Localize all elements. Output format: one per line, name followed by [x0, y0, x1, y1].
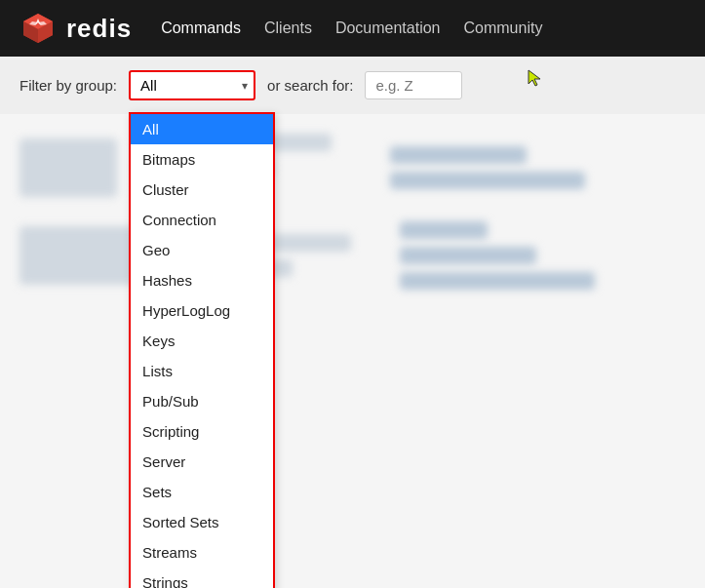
- svg-marker-7: [529, 70, 540, 86]
- blurred-text-4: [390, 146, 527, 164]
- blurred-text-10: [400, 272, 595, 290]
- redis-logo-icon: [20, 10, 57, 47]
- blurred-text-9: [400, 247, 536, 264]
- dropdown-item-sorted-sets[interactable]: Sorted Sets: [131, 507, 273, 537]
- dropdown-item-streams[interactable]: Streams: [131, 537, 273, 568]
- filter-select-wrapper: All ▾ AllBitmapsClusterConnectionGeoHash…: [129, 70, 255, 100]
- dropdown-item-sets[interactable]: Sets: [131, 477, 273, 507]
- logo-area: redis: [20, 10, 132, 47]
- dropdown-item-connection[interactable]: Connection: [131, 205, 273, 235]
- dropdown-item-geo[interactable]: Geo: [131, 235, 273, 265]
- dropdown-item-hyperloglog[interactable]: HyperLogLog: [131, 295, 273, 326]
- dropdown-item-pub-sub[interactable]: Pub/Sub: [131, 386, 273, 416]
- dropdown-item-server[interactable]: Server: [131, 447, 273, 477]
- or-label: or search for:: [267, 77, 353, 94]
- nav-links: Commands Clients Documentation Community: [161, 20, 542, 37]
- content-row-2: [20, 221, 685, 290]
- blurred-text-8: [400, 221, 488, 239]
- dropdown-item-scripting[interactable]: Scripting: [131, 416, 273, 447]
- nav-documentation[interactable]: Documentation: [335, 20, 441, 37]
- blurred-card-2: [20, 226, 137, 285]
- dropdown-item-lists[interactable]: Lists: [131, 356, 273, 386]
- nav-community[interactable]: Community: [464, 20, 543, 37]
- dropdown-item-hashes[interactable]: Hashes: [131, 265, 273, 295]
- dropdown-item-bitmaps[interactable]: Bitmaps: [131, 144, 273, 175]
- filter-bar: Filter by group: All ▾ AllBitmapsCluster…: [0, 57, 705, 114]
- dropdown-item-all[interactable]: All: [131, 114, 273, 144]
- dropdown-item-strings[interactable]: Strings: [131, 568, 273, 588]
- dropdown-item-cluster[interactable]: Cluster: [131, 175, 273, 205]
- main-content: [0, 114, 705, 309]
- logo-text: redis: [66, 14, 132, 44]
- nav-commands[interactable]: Commands: [161, 20, 241, 37]
- nav-clients[interactable]: Clients: [264, 20, 312, 37]
- filter-dropdown[interactable]: AllBitmapsClusterConnectionGeoHashesHype…: [129, 112, 275, 588]
- content-row-1: [20, 134, 685, 202]
- filter-select[interactable]: All: [129, 70, 255, 100]
- filter-label: Filter by group:: [20, 77, 117, 94]
- dropdown-item-keys[interactable]: Keys: [131, 326, 273, 356]
- header: redis Commands Clients Documentation Com…: [0, 0, 705, 57]
- blurred-card-1: [20, 138, 117, 197]
- blurred-text-5: [390, 172, 585, 189]
- search-input[interactable]: [365, 71, 462, 99]
- cursor: [527, 68, 546, 92]
